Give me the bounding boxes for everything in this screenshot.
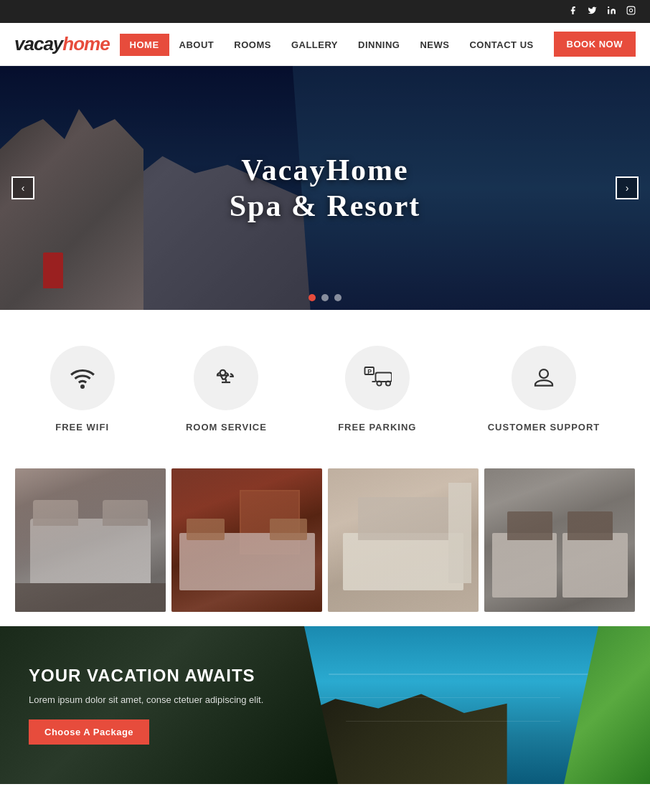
hero-text-block: VacayHome Spa & Resort xyxy=(230,152,421,225)
instagram-icon[interactable] xyxy=(626,6,636,17)
room-service-icon xyxy=(213,365,239,391)
parking-icon-circle: P xyxy=(345,346,410,410)
hero-title: VacayHome Spa & Resort xyxy=(230,152,421,225)
nav-link-contact[interactable]: CONTACT US xyxy=(459,34,543,56)
choose-package-button[interactable]: Choose A Package xyxy=(29,719,149,745)
amenity-wifi: FREE WIFI xyxy=(50,346,115,433)
hero-slider: VacayHome Spa & Resort ‹ › xyxy=(0,66,650,310)
svg-point-10 xyxy=(377,381,381,385)
hero-dot-2[interactable] xyxy=(321,294,329,301)
wifi-icon xyxy=(70,365,95,391)
support-icon-circle xyxy=(512,346,576,410)
nav-link-dinning[interactable]: DINNING xyxy=(348,34,410,56)
svg-rect-1 xyxy=(627,6,635,14)
wifi-icon-circle xyxy=(50,346,115,410)
nav-item-news[interactable]: NEWS xyxy=(410,38,459,51)
hero-next-button[interactable]: › xyxy=(616,176,639,199)
vacation-description: Lorem ipsum dolor sit amet, conse ctetue… xyxy=(29,693,309,707)
support-label: CUSTOMER SUPPORT xyxy=(488,422,600,433)
nav-menu: HOME ABOUT ROOMS GALLERY DINNING NEWS CO… xyxy=(120,38,544,51)
wifi-label: FREE WIFI xyxy=(55,422,109,433)
nav-link-news[interactable]: NEWS xyxy=(410,34,459,56)
svg-text:P: P xyxy=(367,368,372,375)
twitter-icon[interactable] xyxy=(588,6,597,17)
room-card-4[interactable] xyxy=(484,468,635,612)
amenity-support: CUSTOMER SUPPORT xyxy=(488,346,600,433)
support-icon xyxy=(531,365,557,391)
nav-item-rooms[interactable]: ROOMS xyxy=(224,38,281,51)
room-gallery xyxy=(0,454,650,626)
vacation-section: YOUR VACATION AWAITS Lorem ipsum dolor s… xyxy=(0,626,650,784)
top-bar xyxy=(0,0,650,23)
room-card-3[interactable] xyxy=(328,468,479,612)
nav-item-home[interactable]: HOME xyxy=(120,38,169,51)
nav-item-gallery[interactable]: GALLERY xyxy=(281,38,348,51)
hero-dot-1[interactable] xyxy=(308,294,316,301)
nav-link-gallery[interactable]: GALLERY xyxy=(281,34,348,56)
nav-item-contact[interactable]: CONTACT US xyxy=(459,38,543,51)
nav-link-home[interactable]: HOME xyxy=(120,34,169,56)
svg-point-12 xyxy=(540,369,548,378)
nav-link-rooms[interactable]: ROOMS xyxy=(224,34,281,56)
linkedin-icon[interactable] xyxy=(607,6,616,17)
navbar: vacayhome HOME ABOUT ROOMS GALLERY DINNI… xyxy=(0,23,650,66)
hero-building-left xyxy=(0,109,143,310)
logo-home-text: home xyxy=(62,33,109,55)
parking-label: FREE PARKING xyxy=(338,422,416,433)
room-card-2[interactable] xyxy=(171,468,322,612)
svg-point-11 xyxy=(386,381,390,385)
amenity-room-service: ROOM SERVICE xyxy=(186,346,267,433)
parking-icon: P xyxy=(363,365,392,391)
hero-door xyxy=(43,252,63,288)
vacation-right-panel xyxy=(293,626,650,784)
svg-point-0 xyxy=(608,6,609,8)
amenities-section: FREE WIFI ROOM SERVICE P FREE PARKING xyxy=(0,310,650,454)
svg-point-3 xyxy=(81,386,83,388)
nav-item-dinning[interactable]: DINNING xyxy=(348,38,410,51)
logo[interactable]: vacayhome xyxy=(14,33,110,55)
room-service-icon-circle xyxy=(194,346,258,410)
vacation-title: YOUR VACATION AWAITS xyxy=(29,666,309,686)
hero-dot-3[interactable] xyxy=(334,294,342,301)
vacation-left-panel: YOUR VACATION AWAITS Lorem ipsum dolor s… xyxy=(0,626,338,784)
hero-dots xyxy=(308,294,342,301)
amenity-parking: P FREE PARKING xyxy=(338,346,416,433)
logo-vacay-text: vacay xyxy=(14,33,62,55)
nav-link-about[interactable]: ABOUT xyxy=(169,34,225,56)
book-now-button[interactable]: BOOK NOW xyxy=(554,32,636,57)
facebook-icon[interactable] xyxy=(568,6,578,17)
svg-rect-9 xyxy=(375,373,392,382)
hero-prev-button[interactable]: ‹ xyxy=(11,176,34,199)
room-card-1[interactable] xyxy=(15,468,166,612)
nav-item-about[interactable]: ABOUT xyxy=(169,38,225,51)
room-service-label: ROOM SERVICE xyxy=(186,422,267,433)
